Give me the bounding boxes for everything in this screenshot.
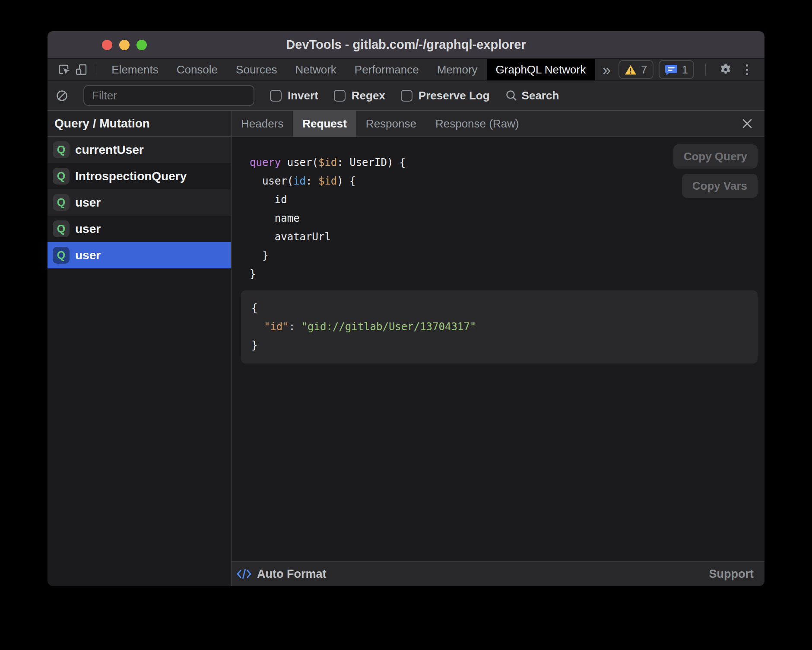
tab-console[interactable]: Console xyxy=(168,59,227,80)
search-label: Search xyxy=(522,89,559,102)
close-detail-icon[interactable] xyxy=(739,115,756,132)
detail-tabs: HeadersRequestResponseResponse (Raw) xyxy=(232,111,529,137)
tab-network[interactable]: Network xyxy=(286,59,345,80)
checkbox-label: Preserve Log xyxy=(419,89,490,102)
filter-checkboxes: Invert Regex Preserve Log xyxy=(270,89,490,102)
query-name: user xyxy=(75,196,101,210)
query-name: currentUser xyxy=(75,143,144,157)
screen: DevTools - gitlab.com/-/graphql-explorer… xyxy=(0,0,812,650)
query-list-item[interactable]: Q user xyxy=(48,242,231,268)
query-type-badge: Q xyxy=(53,168,70,185)
checkbox-label: Invert xyxy=(288,89,318,102)
detail-tab-response[interactable]: Response xyxy=(356,111,426,137)
query-variables-box: { "id": "gid://gitlab/User/13704317"} xyxy=(241,290,758,363)
copy-query-button[interactable]: Copy Query xyxy=(673,144,758,169)
warning-count: 7 xyxy=(641,63,647,76)
window-title: DevTools - gitlab.com/-/graphql-explorer xyxy=(48,38,764,52)
code-icon xyxy=(237,568,251,580)
checkbox-preserve-log[interactable]: Preserve Log xyxy=(401,89,490,102)
devtools-window: DevTools - gitlab.com/-/graphql-explorer… xyxy=(48,31,764,586)
issues-badge[interactable]: 1 xyxy=(659,60,694,79)
tab-elements[interactable]: Elements xyxy=(102,59,167,80)
checkbox-regex[interactable]: Regex xyxy=(334,89,385,102)
tab-performance[interactable]: Performance xyxy=(346,59,428,80)
devtools-toolbar: ElementsConsoleSourcesNetworkPerformance… xyxy=(48,59,764,81)
query-name: user xyxy=(75,222,101,236)
copy-buttons: Copy Query Copy Vars xyxy=(673,144,758,198)
filter-bar: Invert Regex Preserve Log Search xyxy=(48,81,764,111)
code-line: } xyxy=(250,246,758,265)
more-tabs-icon[interactable]: » xyxy=(595,59,619,80)
auto-format-button[interactable]: Auto Format xyxy=(237,567,326,581)
tab-graphql-network[interactable]: GraphQL Network xyxy=(487,59,595,80)
device-toolbar-icon[interactable] xyxy=(73,59,90,80)
graphql-network-panel: Query / Mutation Q currentUser Q Introsp… xyxy=(48,111,764,586)
query-list-item[interactable]: Q currentUser xyxy=(48,137,231,163)
query-list-header: Query / Mutation xyxy=(48,111,231,137)
detail-footer: Auto Format Support xyxy=(232,561,764,586)
query-list-item[interactable]: Q user xyxy=(48,189,231,216)
query-name: IntrospectionQuery xyxy=(75,169,187,183)
tab-sources[interactable]: Sources xyxy=(227,59,286,80)
detail-tab-response-raw[interactable]: Response (Raw) xyxy=(426,111,529,137)
message-icon xyxy=(665,64,678,76)
code-line: avatarUrl xyxy=(250,228,758,246)
query-list-empty-area xyxy=(48,268,231,586)
toolbar-right: 7 1 xyxy=(619,59,764,80)
code-line: { xyxy=(251,299,758,318)
warning-icon xyxy=(625,64,637,75)
request-tab-content: query user($id: UserID) { user(id: $id) … xyxy=(232,137,764,561)
query-list-item[interactable]: Q IntrospectionQuery xyxy=(48,163,231,189)
query-type-badge: Q xyxy=(53,220,70,237)
toolbar-divider xyxy=(705,64,706,76)
query-type-badge: Q xyxy=(53,247,70,264)
code-line: } xyxy=(251,336,758,355)
code-line: "id": "gid://gitlab/User/13704317" xyxy=(251,318,758,336)
toolbar-divider xyxy=(96,64,96,76)
query-type-badge: Q xyxy=(53,141,70,158)
filter-input[interactable] xyxy=(83,85,254,106)
search-icon xyxy=(505,89,517,102)
copy-vars-button[interactable]: Copy Vars xyxy=(682,174,758,198)
issues-count: 1 xyxy=(682,63,688,76)
title-bar: DevTools - gitlab.com/-/graphql-explorer xyxy=(48,31,764,59)
warnings-badge[interactable]: 7 xyxy=(619,60,653,79)
checkbox-box[interactable] xyxy=(401,90,412,102)
code-line: } xyxy=(250,265,758,284)
checkbox-label: Regex xyxy=(352,89,385,102)
search-toggle[interactable]: Search xyxy=(505,89,559,102)
code-line: name xyxy=(250,209,758,228)
query-list-sidebar: Query / Mutation Q currentUser Q Introsp… xyxy=(48,111,232,586)
request-detail-pane: HeadersRequestResponseResponse (Raw) que… xyxy=(232,111,764,586)
checkbox-invert[interactable]: Invert xyxy=(270,89,318,102)
support-link[interactable]: Support xyxy=(709,567,754,581)
checkbox-box[interactable] xyxy=(334,90,346,102)
detail-tab-request[interactable]: Request xyxy=(293,111,356,137)
query-name: user xyxy=(75,249,101,262)
query-type-badge: Q xyxy=(53,194,70,211)
more-options-kebab-icon[interactable] xyxy=(739,64,754,75)
block-requests-icon[interactable] xyxy=(56,90,68,102)
inspect-element-icon[interactable] xyxy=(55,59,73,80)
auto-format-label: Auto Format xyxy=(257,567,326,581)
panel-tabs: ElementsConsoleSourcesNetworkPerformance… xyxy=(102,59,595,80)
detail-tab-bar: HeadersRequestResponseResponse (Raw) xyxy=(232,111,764,137)
detail-tab-headers[interactable]: Headers xyxy=(232,111,293,137)
tab-memory[interactable]: Memory xyxy=(428,59,487,80)
query-list-item[interactable]: Q user xyxy=(48,216,231,242)
query-list: Q currentUser Q IntrospectionQuery Q use… xyxy=(48,137,231,268)
settings-gear-icon[interactable] xyxy=(717,62,734,77)
checkbox-box[interactable] xyxy=(270,90,282,102)
